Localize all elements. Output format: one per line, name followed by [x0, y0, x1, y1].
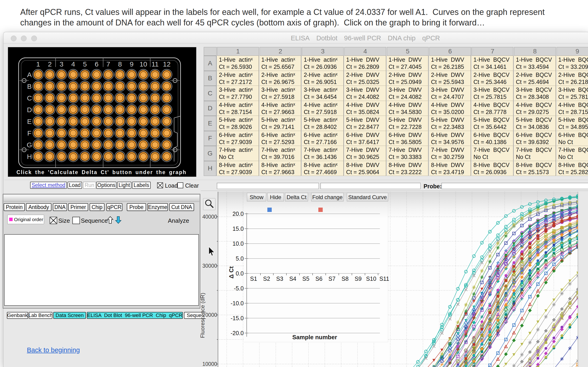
table-cell-A4[interactable]: 1-Hive DWVCt = 26.2809: [344, 56, 386, 71]
table-cell-H8[interactable]: 8-Hive BQCVCt = 25.1573: [514, 161, 556, 176]
well-B10[interactable]: [138, 81, 149, 92]
sort-up-arrow-icon[interactable]: [107, 216, 113, 224]
table-cell-B9[interactable]: 2-Hive BQCVCt = 26.2185: [556, 71, 588, 86]
table-cell-C5[interactable]: 3-Hive DWVCt = 24.4082: [387, 86, 429, 101]
table-cell-A8[interactable]: 1-Hive BQCVCt = 33.4594: [514, 56, 556, 71]
well-B1[interactable]: [33, 81, 43, 92]
table-cell-C3[interactable]: 3-Hive actinˣCt = 34.6454: [302, 86, 344, 101]
table-cell-E1[interactable]: 5-Hive actinˣCt = 28.9026: [217, 116, 259, 131]
table-cell-G4[interactable]: 7-Hive DWVCt = 30.9625: [344, 146, 386, 161]
well-D3[interactable]: [56, 104, 67, 115]
well-C11[interactable]: [150, 93, 160, 103]
tool-button-primer[interactable]: Primer: [68, 203, 88, 211]
well-E10[interactable]: [138, 116, 149, 127]
well-A5[interactable]: [80, 69, 90, 80]
well-A11[interactable]: [150, 69, 160, 80]
well-D12[interactable]: [162, 104, 172, 115]
window-zoom-button[interactable]: [31, 35, 37, 41]
table-cell-H5[interactable]: 8-Hive DWVCt = 23.2222: [387, 161, 429, 176]
table-cell-E4[interactable]: 5-Hive DWVCt = 22.8477: [344, 116, 386, 131]
title-tab-qpcr[interactable]: qPCR: [422, 34, 440, 42]
well-C8[interactable]: [115, 93, 125, 103]
well-C1[interactable]: [33, 93, 43, 103]
well-B6[interactable]: [91, 81, 102, 92]
well-F9[interactable]: [126, 128, 137, 138]
well-A7[interactable]: [103, 69, 113, 80]
well-D1[interactable]: [33, 104, 43, 115]
tool-button-dna[interactable]: DNA: [53, 203, 67, 211]
well-E11[interactable]: [150, 116, 160, 127]
well-E12[interactable]: [162, 116, 172, 127]
table-cell-A3[interactable]: 1-Hive actinˣCt = 26.0936: [302, 56, 344, 71]
well-C2[interactable]: [44, 93, 55, 103]
table-cell-D4[interactable]: 4-Hive DWVCt = 35.0824: [344, 101, 386, 116]
well-E6[interactable]: [91, 116, 102, 127]
table-cell-D1[interactable]: 4-Hive actinˣCt = 28.7154: [217, 101, 259, 116]
delta-ct-chart[interactable]: ShowHideDelta CtFold changeStandard Curv…: [244, 192, 388, 342]
well-B11[interactable]: [150, 81, 160, 92]
well-H8[interactable]: [115, 151, 125, 162]
table-cell-B7[interactable]: 2-Hive BQCVCt = 25.3446: [472, 71, 514, 86]
nav-button-lab-bench[interactable]: Lab Bench: [29, 312, 52, 319]
zoom-tool-button[interactable]: [203, 198, 216, 210]
tool-panel-list-area[interactable]: [4, 234, 199, 306]
well-H6[interactable]: [91, 151, 102, 162]
well-G1[interactable]: [33, 140, 43, 150]
well-F1[interactable]: [33, 128, 43, 138]
well-B2[interactable]: [44, 81, 55, 92]
table-cell-A6[interactable]: 1-Hive DWVCt = 26.2185: [429, 56, 471, 71]
well-E1[interactable]: [33, 116, 43, 127]
window-close-button[interactable]: [11, 35, 17, 41]
well-G10[interactable]: [138, 140, 149, 150]
well-G7[interactable]: [103, 140, 113, 150]
table-cell-F8[interactable]: 6-Hive BQCVCt = 39.6392: [514, 131, 556, 146]
table-cell-F4[interactable]: 6-Hive DWVCt = 37.6417: [344, 131, 386, 146]
table-cell-E6[interactable]: 5-Hive DWVCt = 22.3483: [429, 116, 471, 131]
title-tab-dna-chip[interactable]: DNA chip: [388, 34, 415, 42]
well-F4[interactable]: [68, 128, 78, 138]
table-cell-C8[interactable]: 3-Hive BQCVCt = 28.3408: [514, 86, 556, 101]
well-E8[interactable]: [115, 116, 125, 127]
well-H1[interactable]: [33, 151, 43, 162]
well-C3[interactable]: [56, 93, 67, 103]
well-D8[interactable]: [115, 104, 125, 115]
well-E3[interactable]: [56, 116, 67, 127]
table-cell-A2[interactable]: 1-Hive actinˣCt = 25.6567: [259, 56, 302, 71]
well-G4[interactable]: [68, 140, 78, 150]
tool-button-enzyme[interactable]: Enzyme: [147, 203, 168, 211]
table-cell-F2[interactable]: 6-Hive actinˣCt = 27.5293: [259, 131, 302, 146]
sort-down-arrow-icon[interactable]: [115, 216, 121, 224]
well-C12[interactable]: [162, 93, 172, 103]
table-cell-H3[interactable]: 8-Hive actinˣCt = 27.4669: [302, 161, 344, 176]
well-F3[interactable]: [56, 128, 67, 138]
chart-button-show[interactable]: Show: [247, 193, 266, 201]
well-F2[interactable]: [44, 128, 55, 138]
well-D2[interactable]: [44, 104, 55, 115]
table-cell-C1[interactable]: 3-Hive actinˣCt = 27.7790: [217, 86, 259, 101]
well-D11[interactable]: [150, 104, 160, 115]
well-B5[interactable]: [80, 81, 90, 92]
table-cell-D2[interactable]: 4-Hive actinˣCt = 27.9663: [259, 101, 302, 116]
well-G9[interactable]: [126, 140, 137, 150]
table-cell-A9[interactable]: 1-Hive BQCVCt = 33.2097: [556, 56, 588, 71]
table-cell-D5[interactable]: 4-Hive DWVCt = 34.5830: [387, 101, 429, 116]
table-cell-H9[interactable]: 8-Hive BQCVCt = 25.2821: [556, 161, 588, 176]
table-cell-E3[interactable]: 5-Hive actinˣCt = 28.8402: [302, 116, 344, 131]
chart-button-hide[interactable]: Hide: [267, 193, 284, 201]
well-H10[interactable]: [138, 151, 149, 162]
well-C5[interactable]: [80, 93, 90, 103]
table-cell-D3[interactable]: 4-Hive actinˣCt = 27.5918: [302, 101, 344, 116]
well-C9[interactable]: [126, 93, 137, 103]
table-cell-G8[interactable]: 7-Hive BQCVNo Ct: [514, 146, 556, 161]
table-cell-H4[interactable]: 8-Hive DWVCt = 25.9064: [344, 161, 386, 176]
well-H7[interactable]: [103, 151, 113, 162]
well-C6[interactable]: [91, 93, 102, 103]
table-cell-F5[interactable]: 6-Hive DWVCt = 36.5805: [387, 131, 429, 146]
well-E2[interactable]: [44, 116, 55, 127]
table-cell-D8[interactable]: 4-Hive BQCVCt = 29.0275: [514, 101, 556, 116]
table-cell-F7[interactable]: 6-Hive BQCVCt = 40.1386: [472, 131, 514, 146]
sample-field-1[interactable]: [217, 183, 319, 189]
well-G2[interactable]: [44, 140, 55, 150]
well-H3[interactable]: [56, 151, 67, 162]
table-cell-F6[interactable]: 6-Hive DWVCt = 34.9576: [429, 131, 471, 146]
